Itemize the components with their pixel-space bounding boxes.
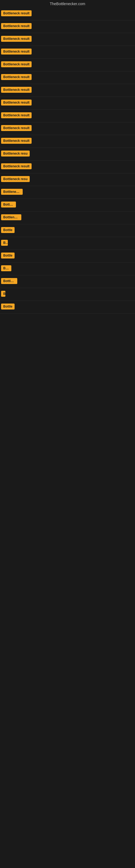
result-row: Bottleneck result bbox=[0, 46, 135, 59]
bottleneck-badge[interactable]: Bottlen bbox=[1, 202, 16, 208]
bottleneck-badge[interactable]: Bottleneck result bbox=[1, 74, 32, 80]
result-row: Bottleneck r bbox=[0, 186, 135, 199]
bottleneck-badge[interactable]: Bottleneck result bbox=[1, 163, 32, 169]
result-row: Bottleneck result bbox=[0, 8, 135, 20]
result-row: Bottle bbox=[0, 224, 135, 237]
bottleneck-badge[interactable]: Bottlens bbox=[1, 278, 17, 284]
bottleneck-badge[interactable]: Bottleneck resu bbox=[1, 176, 30, 182]
bottleneck-badge[interactable]: Bottleneck resu bbox=[1, 151, 30, 156]
result-row: Bo bbox=[0, 237, 135, 250]
bottleneck-badge[interactable]: Bottleneck result bbox=[1, 23, 32, 29]
bottleneck-badge[interactable]: Bottleneck result bbox=[1, 87, 32, 93]
result-row: Bottleneck result bbox=[0, 135, 135, 148]
result-row: Bottleneck result bbox=[0, 33, 135, 46]
bottleneck-badge[interactable]: Bo bbox=[1, 240, 8, 246]
result-row: Bottleneck result bbox=[0, 161, 135, 173]
result-row: B bbox=[0, 288, 135, 301]
result-row: Bottleneck result bbox=[0, 20, 135, 33]
bottleneck-badge[interactable]: Bottleneck result bbox=[1, 99, 32, 105]
result-row: Bottleneck result bbox=[0, 110, 135, 122]
bottleneck-badge[interactable]: Bottleneck result bbox=[1, 112, 32, 118]
result-row: Bott bbox=[0, 262, 135, 275]
result-row: Bottleneck result bbox=[0, 71, 135, 84]
bottleneck-badge[interactable]: Bottleneck result bbox=[1, 61, 32, 67]
result-row: Bottleneck result bbox=[0, 122, 135, 135]
site-title: TheBottlenecker.com bbox=[0, 0, 135, 8]
result-row: Bottlens bbox=[0, 275, 135, 288]
badges-container: Bottleneck resultBottleneck resultBottle… bbox=[0, 8, 135, 314]
result-row: Bottlen bbox=[0, 199, 135, 212]
result-row: Bottleneck result bbox=[0, 97, 135, 110]
result-row: Bottle bbox=[0, 301, 135, 314]
result-row: Bottleneck result bbox=[0, 59, 135, 71]
bottleneck-badge[interactable]: Bottleneck result bbox=[1, 49, 32, 55]
result-row: Bottle bbox=[0, 250, 135, 262]
result-row: Bottleneck bbox=[0, 212, 135, 224]
bottleneck-badge[interactable]: Bottleneck result bbox=[1, 125, 32, 131]
result-row: Bottleneck result bbox=[0, 84, 135, 97]
bottleneck-badge[interactable]: Bottleneck result bbox=[1, 138, 32, 144]
bottleneck-badge[interactable]: Bottleneck r bbox=[1, 189, 23, 195]
bottleneck-badge[interactable]: Bottle bbox=[1, 252, 14, 258]
bottleneck-badge[interactable]: Bottleneck result bbox=[1, 10, 32, 16]
bottleneck-badge[interactable]: Bottleneck bbox=[1, 214, 21, 220]
bottleneck-badge[interactable]: Bottle bbox=[1, 227, 14, 233]
bottleneck-badge[interactable]: B bbox=[1, 291, 5, 297]
result-row: Bottleneck resu bbox=[0, 148, 135, 161]
bottleneck-badge[interactable]: Bottle bbox=[1, 304, 14, 310]
result-row: Bottleneck resu bbox=[0, 173, 135, 186]
bottleneck-badge[interactable]: Bott bbox=[1, 265, 11, 271]
bottleneck-badge[interactable]: Bottleneck result bbox=[1, 36, 32, 42]
